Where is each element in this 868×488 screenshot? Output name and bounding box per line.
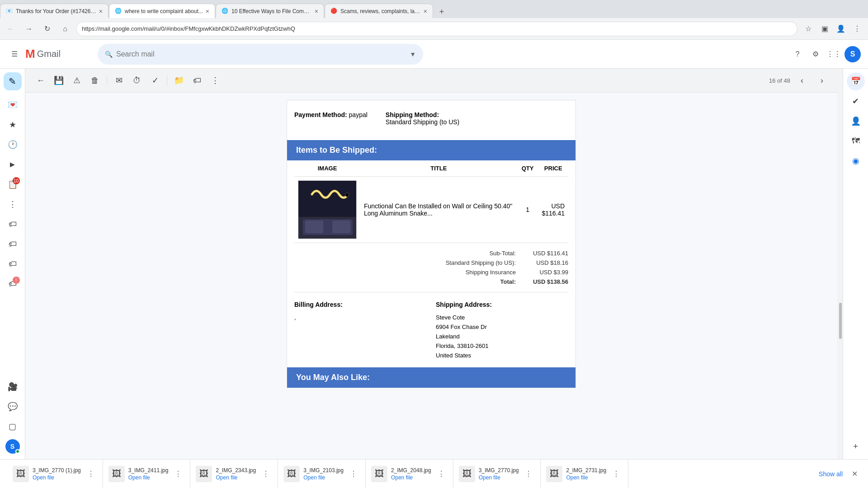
mark-read-button[interactable]: ✉ [111,72,127,89]
tab-2-favicon: 🌐 [115,8,122,15]
home-button[interactable]: ⌂ [58,22,72,36]
tab-1-close[interactable]: × [99,8,103,15]
download-link-3[interactable]: Open file [303,474,344,481]
download-menu-2[interactable]: ⋮ [259,468,272,480]
tab-2-close[interactable]: × [206,8,209,15]
account-button[interactable]: 👤 [834,22,848,36]
you-may-like-header: You May Also Like: [287,367,576,388]
address-bar[interactable]: https://mail.google.com/mail/u/0/#inbox/… [76,22,797,36]
right-panel-maps[interactable]: 🗺 [847,132,865,150]
download-link-4[interactable]: Open file [391,474,431,481]
right-panel-blue[interactable]: ◉ [847,152,865,170]
right-panel-expand[interactable]: + [847,437,865,455]
download-filename-0: 3_IMG_2770 (1).jpg [33,467,81,474]
scrollbar[interactable] [837,69,843,459]
download-menu-3[interactable]: ⋮ [347,468,360,480]
apps-button[interactable]: ⋮⋮ [826,47,841,61]
settings-button[interactable]: ⋮ [850,22,864,36]
download-item-6: 🖼 2_IMG_2731.jpg Open file ⋮ [541,460,628,488]
pagination-text: 16 of 48 [769,77,790,84]
toolbar-separator-1 [107,75,107,86]
show-all-button[interactable]: Show all [813,470,848,478]
done-button[interactable]: ✓ [147,72,163,89]
right-panel-calendar[interactable]: 📅 [847,72,865,90]
sidebar-spaces[interactable]: ▢ [4,418,22,436]
sidebar-inbox[interactable]: 💌 [4,96,22,114]
download-filename-2: 2_IMG_2343.jpg [216,467,256,474]
download-link-6[interactable]: Open file [566,474,606,481]
prev-email-button[interactable]: ‹ [794,72,810,89]
sidebar-profile[interactable]: S [4,437,22,455]
snooze-button[interactable]: ⏱ [129,72,145,89]
sidebar-meet[interactable]: 🎥 [4,378,22,396]
next-email-button[interactable]: › [814,72,830,89]
sidebar-snoozed[interactable]: 🕐 [4,136,22,154]
payment-method-label: Payment Method: [294,111,347,118]
shipping-method-value: Standard Shipping (to US) [386,118,459,126]
download-menu-4[interactable]: ⋮ [435,468,448,480]
download-menu-6[interactable]: ⋮ [610,468,623,480]
avatar[interactable]: S [844,46,861,62]
extensions-button[interactable]: ▣ [817,22,832,36]
sidebar-labels[interactable]: 🏷 [4,215,22,233]
download-item-3: 🖼 3_IMG_2103.jpg Open file ⋮ [278,460,366,488]
search-input[interactable] [116,50,406,58]
gmail-header: ☰ M Gmail 🔍 ▼ ? ⚙ ⋮⋮ S [0,40,868,69]
tab-3[interactable]: 🌐 10 Effective Ways to File Compl... × [216,4,324,18]
scrollbar-thumb[interactable] [839,303,842,339]
compose-button[interactable]: ✎ [4,72,22,90]
right-panel-contacts[interactable]: 👤 [847,112,865,130]
total-row: Total: USD $138.56 [294,277,568,286]
back-to-inbox-button[interactable]: ← [33,72,49,89]
bookmark-button[interactable]: ☆ [801,22,816,36]
refresh-button[interactable]: ↻ [40,22,54,36]
sidebar-label-2[interactable]: 🏷 [4,235,22,253]
close-download-bar-button[interactable]: ✕ [848,468,861,480]
settings-gear-button[interactable]: ⚙ [808,47,823,61]
back-button[interactable]: ← [4,22,18,36]
sidebar-starred[interactable]: ★ [4,116,22,134]
sidebar-sent[interactable]: ► [4,155,22,174]
download-menu-0[interactable]: ⋮ [85,468,97,480]
archive-button[interactable]: 💾 [51,72,67,89]
hamburger-menu[interactable]: ☰ [7,47,22,61]
download-link-5[interactable]: Open file [479,474,519,481]
download-item-2: 🖼 2_IMG_2343.jpg Open file ⋮ [190,460,278,488]
tab-3-close[interactable]: × [315,8,318,15]
forward-button[interactable]: → [22,22,36,36]
delete-button[interactable]: 🗑 [87,72,103,89]
download-link-1[interactable]: Open file [128,474,169,481]
svg-rect-4 [332,221,350,233]
shipping-address-label: Shipping Address: [436,300,568,310]
sidebar-label-3[interactable]: 🏷 [4,255,22,273]
shipping-row: Standard Shipping (to US): USD $18.16 [294,258,568,267]
download-menu-1[interactable]: ⋮ [172,468,184,480]
header-actions: ? ⚙ ⋮⋮ S [790,46,861,62]
download-link-2[interactable]: Open file [216,474,256,481]
download-file-icon-4: 🖼 [371,466,387,482]
sidebar-more[interactable]: ⋮ [4,195,22,213]
tab-2[interactable]: 🌐 where to write complaint about... × [109,4,215,18]
tab-4[interactable]: 🔴 Scams, reviews, complaints, law... × [325,4,433,18]
tab-4-close[interactable]: × [424,8,427,15]
download-menu-5[interactable]: ⋮ [522,468,535,480]
download-link-0[interactable]: Open file [33,474,81,481]
browser-bar: ← → ↻ ⌂ https://mail.google.com/mail/u/0… [0,18,868,40]
spam-button[interactable]: ⚠ [69,72,85,89]
download-item-1: 🖼 3_IMG_2411.jpg Open file ⋮ [103,460,191,488]
sidebar-drafts[interactable]: 📋 10 [4,175,22,193]
tab-1[interactable]: 📧 Thanks for Your Order (#174267... × [0,4,108,18]
search-dropdown-icon[interactable]: ▼ [410,51,416,58]
label-button[interactable]: 🏷 [189,72,205,89]
sidebar-label-4[interactable]: 🏷 ! [4,275,22,293]
payment-method-value: paypal [349,111,368,118]
new-tab-button[interactable]: + [435,5,448,18]
help-button[interactable]: ? [790,47,805,61]
right-panel: 📅 ✔ 👤 🗺 ◉ + [843,69,868,459]
move-button[interactable]: 📁 [171,72,187,89]
total-label: Total: [433,278,523,285]
more-actions-button[interactable]: ⋮ [207,72,223,89]
right-panel-tasks[interactable]: ✔ [847,92,865,110]
sidebar-chat[interactable]: 💬 [4,398,22,416]
product-title: Functional Can Be Installed on Wall or C… [364,202,512,217]
